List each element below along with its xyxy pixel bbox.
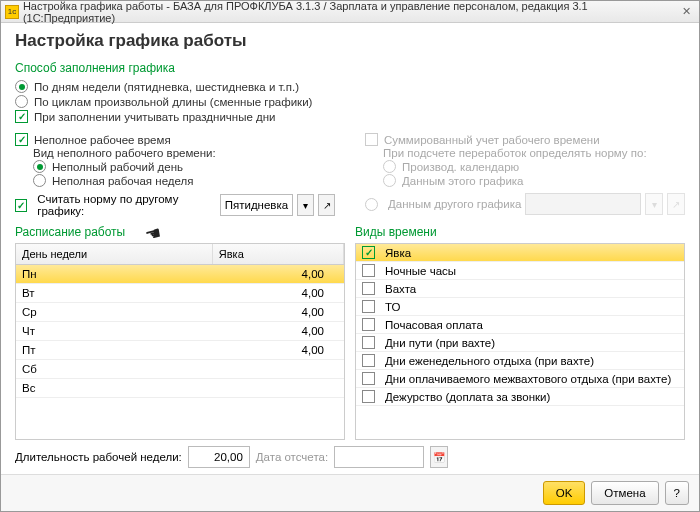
- table-row[interactable]: Ср4,00: [16, 303, 344, 322]
- date-input[interactable]: [334, 446, 424, 468]
- schedule-table: День недели Явка Пн4,00Вт4,00Ср4,00Чт4,0…: [15, 243, 345, 440]
- fill-option-weekdays[interactable]: По дням недели (пятидневка, шестидневка …: [15, 80, 685, 93]
- list-item-label: Явка: [385, 247, 411, 259]
- consider-holidays-check[interactable]: При заполнении учитывать праздничные дни: [15, 110, 685, 123]
- checkbox[interactable]: [362, 264, 375, 277]
- checkbox[interactable]: [362, 336, 375, 349]
- norm-opt-other-combo: [525, 193, 641, 215]
- footer: OK Отмена ?: [1, 474, 699, 511]
- list-item[interactable]: Дни оплачиваемого межвахтового отдыха (п…: [356, 370, 684, 388]
- norm-opt-other-radio: [365, 198, 378, 211]
- list-item-label: Дни еженедельного отдыха (при вахте): [385, 355, 594, 367]
- norm-opt-calendar: Производ. календарю: [383, 160, 685, 173]
- part-time-opt-day[interactable]: Неполный рабочий день: [33, 160, 335, 173]
- checkbox[interactable]: [362, 282, 375, 295]
- week-length-input[interactable]: [188, 446, 250, 468]
- schedule-title: Расписание работы ☚: [15, 225, 345, 239]
- table-row[interactable]: Вт4,00: [16, 284, 344, 303]
- combo-open-icon[interactable]: ↗: [318, 194, 335, 216]
- norm-other-check[interactable]: [15, 199, 27, 212]
- fill-method-title: Способ заполнения графика: [15, 61, 685, 75]
- ok-button[interactable]: OK: [543, 481, 586, 505]
- titlebar: 1c Настройка графика работы - БАЗА для П…: [1, 1, 699, 23]
- list-item-label: Дежурство (доплата за звонки): [385, 391, 550, 403]
- part-time-opt-week[interactable]: Неполная рабочая неделя: [33, 174, 335, 187]
- list-item[interactable]: Дни пути (при вахте): [356, 334, 684, 352]
- norm-other-label: Считать норму по другому графику:: [37, 193, 215, 217]
- list-item-label: ТО: [385, 301, 400, 313]
- col-appearance[interactable]: Явка: [213, 244, 344, 264]
- table-row[interactable]: Сб: [16, 360, 344, 379]
- list-item[interactable]: Дни еженедельного отдыха (при вахте): [356, 352, 684, 370]
- combo-dropdown-icon: ▾: [645, 193, 663, 215]
- part-time-kind-label: Вид неполного рабочего времени:: [33, 147, 335, 159]
- dialog-window: 1c Настройка графика работы - БАЗА для П…: [0, 0, 700, 512]
- date-label: Дата отсчета:: [256, 451, 328, 463]
- list-item-label: Ночные часы: [385, 265, 456, 277]
- week-length-label: Длительность рабочей недели:: [15, 451, 182, 463]
- list-item-label: Дни пути (при вахте): [385, 337, 495, 349]
- col-day[interactable]: День недели: [16, 244, 213, 264]
- table-row[interactable]: Вс: [16, 379, 344, 398]
- app-icon: 1c: [5, 5, 19, 19]
- list-item-label: Почасовая оплата: [385, 319, 483, 331]
- fill-option-cycles[interactable]: По циклам произвольной длины (сменные гр…: [15, 95, 685, 108]
- list-item[interactable]: ТО: [356, 298, 684, 316]
- help-button[interactable]: ?: [665, 481, 689, 505]
- norm-calc-label: При подсчете переработок определять норм…: [383, 147, 685, 159]
- checkbox[interactable]: [362, 390, 375, 403]
- table-row[interactable]: Пн4,00: [16, 265, 344, 284]
- calendar-icon[interactable]: 📅: [430, 446, 448, 468]
- norm-other-combo[interactable]: Пятидневка: [220, 194, 293, 216]
- list-item[interactable]: Дежурство (доплата за звонки): [356, 388, 684, 406]
- combo-open-icon: ↗: [667, 193, 685, 215]
- window-close-icon[interactable]: ✕: [677, 5, 695, 18]
- checkbox[interactable]: [362, 318, 375, 331]
- time-types-list: ЯвкаНочные часыВахтаТОПочасовая оплатаДн…: [355, 243, 685, 440]
- combo-dropdown-icon[interactable]: ▾: [297, 194, 314, 216]
- checkbox[interactable]: [362, 300, 375, 313]
- list-item[interactable]: Явка: [356, 244, 684, 262]
- norm-opt-this: Данным этого графика: [383, 174, 685, 187]
- norm-opt-other-label: Данным другого графика: [388, 198, 521, 210]
- checkbox[interactable]: [362, 354, 375, 367]
- titlebar-text: Настройка графика работы - БАЗА для ПРОФ…: [23, 0, 677, 24]
- checkbox[interactable]: [362, 246, 375, 259]
- cancel-button[interactable]: Отмена: [591, 481, 658, 505]
- list-item-label: Вахта: [385, 283, 416, 295]
- table-row[interactable]: Чт4,00: [16, 322, 344, 341]
- checkbox[interactable]: [362, 372, 375, 385]
- list-item[interactable]: Ночные часы: [356, 262, 684, 280]
- page-title: Настройка графика работы: [15, 31, 685, 51]
- list-item[interactable]: Вахта: [356, 280, 684, 298]
- part-time-check[interactable]: Неполное рабочее время: [15, 133, 335, 146]
- time-types-title: Виды времени: [355, 225, 685, 239]
- list-item-label: Дни оплачиваемого межвахтового отдыха (п…: [385, 373, 671, 385]
- table-row[interactable]: Пт4,00: [16, 341, 344, 360]
- summary-accounting-check[interactable]: Суммированный учет рабочего времени: [365, 133, 685, 146]
- list-item[interactable]: Почасовая оплата: [356, 316, 684, 334]
